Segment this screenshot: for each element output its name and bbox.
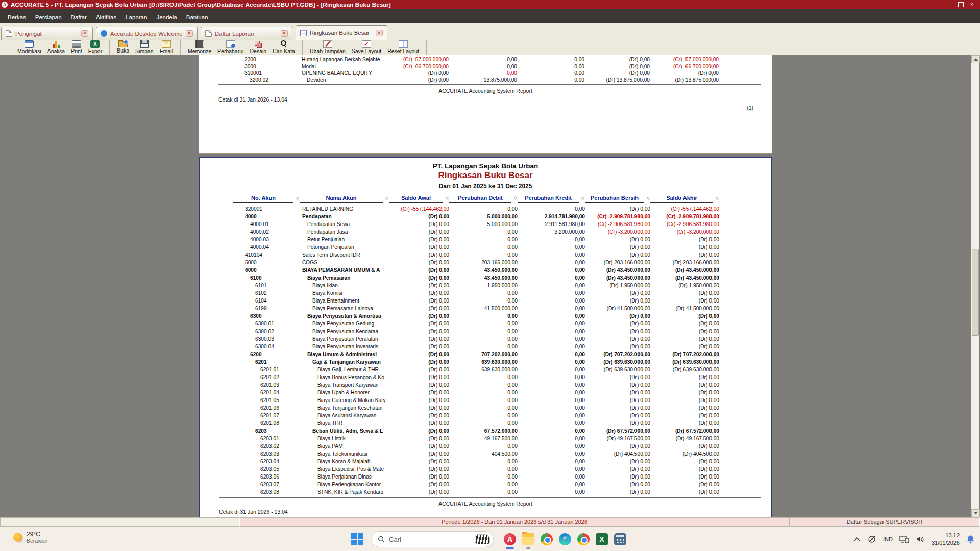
print-button[interactable]: Print <box>68 40 85 55</box>
table-row-6201.08[interactable]: 6201.08Biaya THR(Dr) 0,000,000,00(Dr) 0,… <box>233 419 719 427</box>
cari-kata-button[interactable]: Cari Kata <box>270 40 298 55</box>
tab-accurate-desktop-welcome[interactable]: Accurate Desktop Welcome× <box>96 27 198 40</box>
menu-persiapan[interactable]: Persiapan <box>31 13 66 21</box>
table-row-2300[interactable]: 2300Hutang Lapangan Berkah Sejahte(Cr) -… <box>233 56 719 63</box>
scroll-up-button[interactable] <box>971 55 980 63</box>
table-row-6201.01[interactable]: 6201.01Biaya Gaji, Lembur & THR(Dr) 0,00… <box>233 366 719 373</box>
chrome-app-icon[interactable] <box>537 529 556 549</box>
table-row-6102[interactable]: 6102Biaya Komisi(Dr) 0,000,000,00(Dr) 0,… <box>233 289 719 297</box>
vertical-scrollbar[interactable] <box>971 55 979 517</box>
modifikasi-button[interactable]: Modifikasi <box>14 40 44 55</box>
table-row-410104[interactable]: 410104Sales Term Discount IDR(Dr) 0,000,… <box>233 251 719 259</box>
ubah-tampilan-button[interactable]: Ubah Tampilan <box>307 40 349 55</box>
table-row-6203[interactable]: 6203Beban Utiliti, Adm, Sewa & L(Dr) 0,0… <box>233 427 719 435</box>
simpan-button[interactable]: Simpan <box>132 40 157 55</box>
sort-diamond-icon[interactable]: ◇ <box>716 196 719 201</box>
email-button[interactable]: Email <box>157 40 176 55</box>
table-row-6201.05[interactable]: 6201.05Biaya Catering & Makan Kary(Dr) 0… <box>233 396 719 404</box>
menu-daftar[interactable]: Daftar <box>66 13 91 21</box>
menu-jendela[interactable]: Jendela <box>152 13 181 21</box>
column-header-saldo-awal[interactable]: Saldo Awal◇ <box>389 195 449 203</box>
table-row-6201.04[interactable]: 6201.04Biaya Upah & Honorer(Dr) 0,000,00… <box>233 389 719 396</box>
close-button[interactable]: × <box>968 2 976 8</box>
calculator-app-icon[interactable] <box>611 529 629 549</box>
table-row-6203.08[interactable]: 6203.08STNK, KIR & Pajak Kendara(Dr) 0,0… <box>233 488 719 496</box>
table-row-6203.04[interactable]: 6203.04Biaya Koran & Majalah(Dr) 0,000,0… <box>233 458 719 465</box>
column-header-perubahan-bersih[interactable]: Perubahan Bersih◇ <box>585 195 650 203</box>
chrome-2-app-icon[interactable] <box>574 529 593 549</box>
sort-diamond-icon[interactable]: ◇ <box>514 196 517 201</box>
column-header-perubahan-kredit[interactable]: Perubahan Kredit◇ <box>518 195 585 203</box>
menu-aktifitas[interactable]: Aktifitas <box>91 13 121 21</box>
column-header-perubahan-debit[interactable]: Perubahan Debit◇ <box>449 195 518 203</box>
table-row-6201.02[interactable]: 6201.02Biaya Bonus Pesangon & Ko(Dr) 0,0… <box>233 373 719 381</box>
excel-app-icon[interactable]: X <box>593 529 611 549</box>
menu-bantuan[interactable]: Bantuan <box>182 13 213 21</box>
notification-bell-icon[interactable] <box>966 535 975 544</box>
table-row-6300.04[interactable]: 6300.04Biaya Penyusutan Inventaris(Dr) 0… <box>233 343 719 350</box>
tab-ringkasan-buku-besar[interactable]: Ringkasan Buku Besar× <box>296 25 387 40</box>
maximize-button[interactable] <box>958 2 964 7</box>
column-header-saldo-akhir[interactable]: Saldo Akhir◇ <box>650 195 719 203</box>
table-row-6203.07[interactable]: 6203.07Biaya Perlengkapan Kantor(Dr) 0,0… <box>233 481 719 488</box>
table-row-6200[interactable]: 6200Biaya Umum & Administrasi(Dr) 0,0070… <box>233 350 719 358</box>
menu-berkas[interactable]: Berkas <box>3 13 31 21</box>
cast-display-icon[interactable] <box>899 535 910 543</box>
table-row-6104[interactable]: 6104Biaya Entertainment(Dr) 0,000,000,00… <box>233 297 719 305</box>
table-row-320001[interactable]: 320001RETAINED EARNING(Cr) -557.144.462,… <box>233 205 719 213</box>
table-row-6300.01[interactable]: 6300.01Biaya Penyusutan Gedung(Dr) 0,000… <box>233 320 719 328</box>
table-row-6201[interactable]: 6201Gaji & Tunjangan Karyawan(Dr) 0,0063… <box>233 358 719 366</box>
table-row-6199[interactable]: 6199Biaya Pemasaran Lainnya(Dr) 0,0041.5… <box>233 305 719 312</box>
sort-diamond-icon[interactable]: ◇ <box>647 196 650 201</box>
table-row-6201.03[interactable]: 6201.03Biaya Transport Karyawan(Dr) 0,00… <box>233 381 719 389</box>
table-row-6201.06[interactable]: 6201.06Biaya Tunjangan Kesehatan(Dr) 0,0… <box>233 404 719 412</box>
tab-close-icon[interactable]: × <box>186 30 193 37</box>
search-input[interactable]: Cari <box>371 531 494 547</box>
table-row-6203.02[interactable]: 6203.02Biaya PAM(Dr) 0,000,000,00(Dr) 0,… <box>233 442 719 450</box>
table-row-4000.01[interactable]: 4000.01Pendapatan Sewa(Dr) 0,005.000.000… <box>233 220 719 228</box>
sort-diamond-icon[interactable]: ◇ <box>385 196 388 201</box>
tab-daftar-laporan[interactable]: Daftar Laporan× <box>201 27 292 40</box>
column-header-nama-akun[interactable]: Nama Akun◇ <box>300 195 389 203</box>
edge-app-icon[interactable] <box>556 529 574 549</box>
table-row-6203.06[interactable]: 6203.06Biaya Perjalanan Dinas(Dr) 0,000,… <box>233 473 719 481</box>
table-row-6101[interactable]: 6101Biaya Iklan(Dr) 0,001.950.000,000,00… <box>233 282 719 289</box>
table-row-310001[interactable]: 310001OPENING BALANCE EQUITY(Dr) 0,000,0… <box>233 70 719 77</box>
table-row-4000.03[interactable]: 4000.03Retur Penjualan(Dr) 0,000,000,00(… <box>233 236 719 243</box>
reset-layout-button[interactable]: Reset Layout <box>384 40 422 55</box>
table-row-4000.04[interactable]: 4000.04Potongan Penjualan(Dr) 0,000,000,… <box>233 243 719 251</box>
desain-button[interactable]: Desain <box>247 40 270 55</box>
buka-button[interactable]: Buka <box>114 40 132 55</box>
table-row-5000[interactable]: 5000COGS(Dr) 0,00203.166.000,000,00(Dr) … <box>233 259 719 266</box>
table-row-4000[interactable]: 4000Pendapatan(Dr) 0,005.000.000,002.914… <box>233 213 719 220</box>
eye-hidden-icon[interactable] <box>867 535 876 543</box>
scrollbar-thumb[interactable] <box>972 249 979 336</box>
table-row-3200.02[interactable]: 3200.02Deviden(Dr) 0,0013.875.000,000,00… <box>233 77 719 83</box>
tab-pengingat[interactable]: Pengingat× <box>1 27 93 40</box>
tray-overflow-chevron-icon[interactable] <box>853 537 861 542</box>
sort-diamond-icon[interactable]: ◇ <box>446 196 449 201</box>
tab-close-icon[interactable]: × <box>81 30 88 37</box>
perbaharui-button[interactable]: Perbaharui <box>214 40 247 55</box>
minimize-button[interactable]: – <box>946 2 954 8</box>
sort-diamond-icon[interactable]: ◇ <box>296 196 299 201</box>
explorer-app-icon[interactable] <box>519 529 537 549</box>
table-row-4000.02[interactable]: 4000.02Pendapatan Jasa(Dr) 0,000,003.200… <box>233 228 719 236</box>
table-row-6300.02[interactable]: 6300.02Biaya Penyusutan Kendaraa(Dr) 0,0… <box>233 328 719 335</box>
table-row-6203.01[interactable]: 6203.01Biaya Listrik(Dr) 0,0049.167.500,… <box>233 435 719 442</box>
analisa-button[interactable]: Analisa <box>44 40 68 55</box>
column-header-no-akun[interactable]: No. Akun◇ <box>233 195 300 203</box>
table-row-6100[interactable]: 6100Biaya Pemasaran(Dr) 0,0043.450.000,0… <box>233 274 719 282</box>
table-row-3000[interactable]: 3000Modal(Cr) -66.700.000,000,000,00(Dr)… <box>233 63 719 69</box>
tab-close-icon[interactable]: × <box>281 30 288 37</box>
language-indicator[interactable]: IND <box>883 536 893 542</box>
table-row-6201.07[interactable]: 6201.07Biaya Asuransi Karyawan(Dr) 0,000… <box>233 412 719 419</box>
speaker-icon[interactable] <box>916 536 925 543</box>
clock[interactable]: 13.12 31/01/2026 <box>932 532 960 547</box>
start-button[interactable] <box>351 533 364 546</box>
table-row-6300[interactable]: 6300Biaya Penyusutan & Amortisa(Dr) 0,00… <box>233 312 719 320</box>
table-row-6203.03[interactable]: 6203.03Biaya Telekomunikasi(Dr) 0,00404.… <box>233 450 719 458</box>
table-row-6000[interactable]: 6000BIAYA PEMASARAN UMUM & A(Dr) 0,0043.… <box>233 266 719 274</box>
save-layout-button[interactable]: Save Layout <box>349 40 384 55</box>
expor-button[interactable]: Expor <box>85 40 105 55</box>
